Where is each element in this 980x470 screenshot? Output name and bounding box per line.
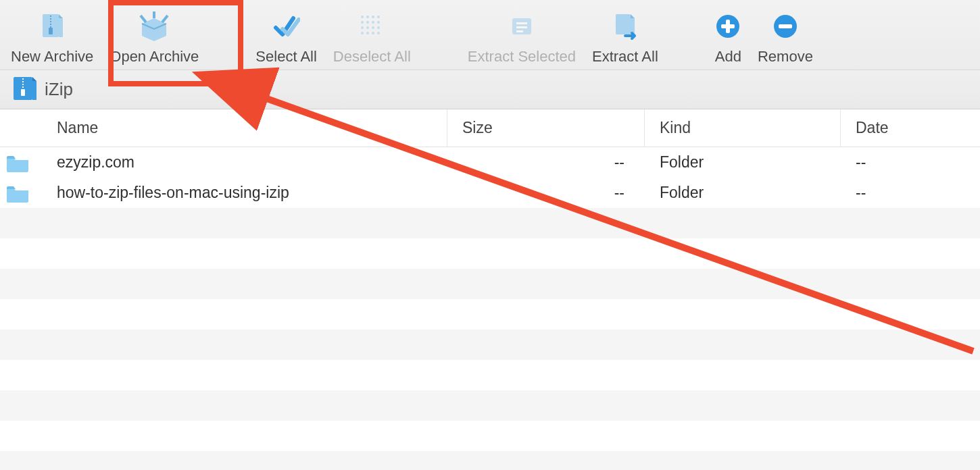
select-all-icon	[273, 11, 300, 41]
svg-rect-23	[516, 30, 523, 32]
col-size-header[interactable]: Size	[447, 109, 645, 147]
column-headers: Name Size Kind Date	[0, 109, 980, 147]
svg-rect-32	[32, 81, 36, 100]
svg-rect-31	[14, 77, 32, 100]
svg-rect-34	[21, 89, 25, 96]
empty-stripes	[0, 208, 980, 470]
svg-point-17	[366, 32, 369, 34]
new-archive-icon	[39, 11, 66, 41]
svg-point-19	[377, 32, 380, 34]
extract-all-icon	[612, 11, 639, 41]
deselect-all-label: Deselect All	[333, 48, 411, 66]
svg-point-11	[377, 21, 380, 24]
open-archive-button[interactable]: Open Archive	[109, 11, 199, 66]
svg-rect-1	[59, 18, 63, 37]
svg-rect-22	[516, 26, 527, 28]
svg-point-10	[372, 21, 374, 24]
extract-selected-button[interactable]: Extract Selected	[468, 11, 576, 66]
add-button[interactable]: Add	[715, 11, 741, 66]
col-kind-header[interactable]: Kind	[645, 109, 841, 147]
svg-point-12	[361, 26, 364, 29]
deselect-all-button[interactable]: Deselect All	[333, 11, 411, 66]
col-name-header[interactable]: Name	[49, 109, 447, 147]
svg-point-4	[361, 16, 364, 18]
extract-all-button[interactable]: Extract All	[592, 11, 658, 66]
folder-icon	[0, 184, 49, 203]
new-archive-label: New Archive	[11, 48, 93, 66]
folder-icon	[0, 153, 49, 172]
svg-point-8	[361, 21, 364, 24]
cell-kind: Folder	[645, 184, 841, 202]
svg-point-14	[372, 26, 374, 29]
svg-rect-21	[516, 22, 527, 24]
add-icon	[715, 11, 741, 41]
new-archive-button[interactable]: New Archive	[11, 11, 93, 66]
svg-point-16	[361, 32, 364, 34]
remove-button[interactable]: Remove	[758, 11, 813, 66]
toolbar: New Archive Open Archive Select All	[0, 0, 980, 70]
svg-point-18	[372, 32, 374, 34]
col-date-header[interactable]: Date	[841, 109, 980, 147]
open-archive-label: Open Archive	[109, 48, 199, 66]
extract-all-label: Extract All	[592, 48, 658, 66]
app-icon	[12, 74, 38, 105]
cell-size: --	[447, 184, 645, 202]
table-row[interactable]: how-to-zip-files-on-mac-using-izip -- Fo…	[0, 178, 980, 208]
file-list: ezyzip.com -- Folder -- how-to-zip-files…	[0, 147, 980, 470]
add-label: Add	[715, 48, 741, 66]
remove-icon	[773, 11, 798, 41]
svg-point-15	[377, 26, 380, 29]
svg-point-13	[366, 26, 369, 29]
svg-point-9	[366, 21, 369, 24]
open-archive-icon	[138, 11, 170, 41]
svg-rect-28	[721, 24, 735, 28]
svg-point-7	[377, 16, 380, 18]
extract-selected-label: Extract Selected	[468, 48, 576, 66]
select-all-button[interactable]: Select All	[255, 11, 317, 66]
cell-name: how-to-zip-files-on-mac-using-izip	[49, 184, 447, 202]
cell-date: --	[841, 153, 980, 172]
cell-name: ezyzip.com	[49, 153, 447, 172]
table-row[interactable]: ezyzip.com -- Folder --	[0, 147, 980, 178]
cell-date: --	[841, 184, 980, 202]
app-name: iZip	[45, 79, 73, 100]
extract-selected-icon	[508, 11, 535, 41]
breadcrumb: iZip	[0, 70, 980, 109]
svg-rect-3	[49, 28, 53, 34]
svg-rect-30	[779, 24, 792, 28]
deselect-all-icon	[358, 11, 385, 41]
col-icon-spacer	[0, 109, 49, 147]
svg-point-6	[372, 16, 374, 18]
select-all-label: Select All	[255, 48, 317, 66]
remove-label: Remove	[758, 48, 813, 66]
svg-rect-24	[616, 14, 631, 34]
svg-point-5	[366, 16, 369, 18]
cell-kind: Folder	[645, 153, 841, 172]
cell-size: --	[447, 153, 645, 172]
